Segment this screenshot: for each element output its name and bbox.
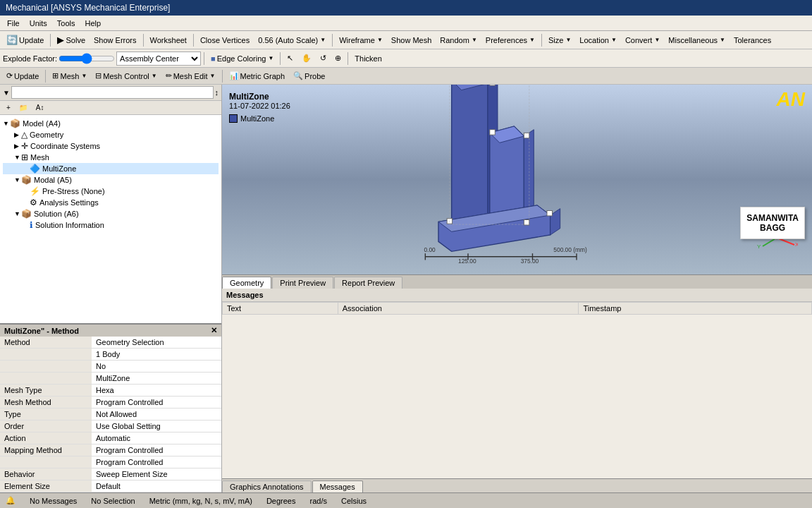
- misc-btn[interactable]: Miscellaneous ▼: [665, 35, 729, 46]
- prop-row-order: Order Use Global Setting: [0, 421, 221, 433]
- tree-btn2[interactable]: 📁: [16, 102, 31, 113]
- mesh-btn[interactable]: ⊞ Mesh ▼: [49, 70, 90, 82]
- tab-report-preview[interactable]: Report Preview: [334, 277, 402, 289]
- tree-item-model[interactable]: ▼ 📦 Model (A4): [3, 118, 219, 129]
- expand-modal[interactable]: ▼: [14, 176, 21, 183]
- mesh-edit-icon: ✏: [166, 71, 172, 80]
- prop-row-bodies: 1 Body: [0, 349, 221, 361]
- modal-icon: 📦: [21, 175, 32, 185]
- show-errors-btn[interactable]: Show Errors: [90, 35, 140, 46]
- menu-units[interactable]: Units: [25, 18, 51, 29]
- expand-mesh[interactable]: ▼: [14, 154, 21, 161]
- menu-tools[interactable]: Tools: [53, 18, 80, 29]
- cursor-btn[interactable]: ↖: [283, 52, 297, 64]
- panel-close[interactable]: ✕: [211, 326, 217, 335]
- column-left-face: [451, 85, 487, 231]
- show-mesh-btn[interactable]: Show Mesh: [388, 35, 435, 46]
- properties-table: Method Geometry Selection 1 Body No Mult…: [0, 337, 221, 492]
- tree-item-sol-info[interactable]: ℹ Solution Information: [3, 219, 219, 231]
- viewport-tabs: Geometry Print Preview Report Preview: [222, 274, 812, 289]
- tree-item-coord[interactable]: ▶ ✛ Coordinate Systems: [3, 140, 219, 152]
- tree-btn1[interactable]: +: [3, 102, 14, 113]
- sep4: [332, 34, 333, 47]
- si-icon: ℹ: [30, 220, 33, 230]
- geom-icon: △: [21, 130, 27, 140]
- mz-icon: 🔷: [30, 164, 40, 174]
- tree-item-mesh[interactable]: ▼ ⊞ Mesh: [3, 152, 219, 163]
- tab-graphics-annotations[interactable]: Graphics Annotations: [222, 480, 312, 492]
- mesh-update-btn[interactable]: ⟳ Update: [3, 70, 42, 82]
- mesh-arrow: ▼: [81, 73, 87, 79]
- svg-text:Y: Y: [757, 243, 761, 250]
- convert-btn[interactable]: Convert ▼: [622, 35, 663, 46]
- explode-slider[interactable]: [59, 52, 115, 65]
- left-panel: ▼ ↕ + 📁 A↕ ▼ 📦 Model (A4) ▶ △ Geometry ▶: [0, 85, 222, 492]
- edge-coloring-btn[interactable]: ■ Edge Coloring ▼: [207, 53, 277, 64]
- assembly-select[interactable]: Assembly Center: [116, 52, 201, 66]
- size-btn[interactable]: Size ▼: [545, 35, 574, 46]
- tab-messages[interactable]: Messages: [312, 480, 363, 492]
- mesh-ctrl-icon: ⊟: [95, 71, 102, 80]
- rotate-btn[interactable]: ↺: [316, 52, 330, 64]
- prop-row-elemsize: Element Size Default: [0, 480, 221, 492]
- move-btn[interactable]: ✋: [298, 52, 315, 64]
- autoscale-btn[interactable]: 0.56 (Auto Scale) ▼: [254, 35, 329, 46]
- location-btn[interactable]: Location ▼: [576, 35, 620, 46]
- sol-icon: 📦: [21, 209, 32, 219]
- panel-title: MultiZone" - Method ✕: [0, 325, 221, 337]
- tab-geometry[interactable]: Geometry: [222, 277, 271, 289]
- update-icon2: ⟳: [6, 71, 13, 80]
- mesh-control-btn[interactable]: ⊟ Mesh Control ▼: [92, 70, 160, 82]
- thicken-btn[interactable]: Thicken: [351, 53, 386, 64]
- temp-status: Celsius: [341, 497, 367, 505]
- handle-mr: [489, 129, 494, 134]
- wireframe-btn[interactable]: Wireframe ▼: [336, 35, 386, 46]
- convert-arrow: ▼: [654, 37, 660, 43]
- preferences-btn[interactable]: Preferences ▼: [482, 35, 539, 46]
- scale-label-3: 500.00 (mm): [553, 246, 587, 253]
- tree-item-modal[interactable]: ▼ 📦 Modal (A5): [3, 174, 219, 186]
- location-arrow: ▼: [611, 37, 617, 43]
- filter-input[interactable]: [11, 86, 214, 99]
- status-bar: 🔔 No Messages No Selection Metric (mm, k…: [0, 492, 812, 508]
- autoscale-arrow: ▼: [320, 37, 326, 43]
- mesh-icon: ⊞: [52, 71, 59, 80]
- menu-file[interactable]: File: [3, 18, 24, 29]
- tree-item-prestress[interactable]: ⚡ Pre-Stress (None): [3, 186, 219, 197]
- sep10: [222, 70, 223, 83]
- menu-bar: File Units Tools Help: [0, 16, 812, 31]
- svg-text:X: X: [795, 241, 798, 248]
- mesh-edit-btn[interactable]: ✏ Mesh Edit ▼: [162, 70, 219, 82]
- solve-btn[interactable]: ▶ Solve: [54, 33, 89, 47]
- tab-print-preview[interactable]: Print Preview: [272, 277, 333, 289]
- prop-row-meshmethod: Mesh Method Program Controlled: [0, 397, 221, 409]
- metric-graph-btn[interactable]: 📊 Metric Graph: [226, 70, 289, 82]
- tree-item-analysis[interactable]: ⚙ Analysis Settings: [3, 197, 219, 208]
- viewport-canvas[interactable]: MultiZone 11-07-2022 01:26 MultiZone AN: [222, 85, 812, 274]
- update-btn[interactable]: 🔄 Update: [3, 33, 47, 47]
- properties-panel: MultiZone" - Method ✕ Method Geometry Se…: [0, 323, 221, 492]
- expand-sol[interactable]: ▼: [14, 210, 21, 217]
- sep5: [541, 34, 542, 47]
- tree-item-multizone[interactable]: 🔷 MultiZone: [3, 163, 219, 174]
- prop-row-4: MultiZone: [0, 373, 221, 385]
- expand-geom[interactable]: ▶: [14, 131, 21, 138]
- expand-model[interactable]: ▼: [3, 120, 10, 127]
- worksheet-btn[interactable]: Worksheet: [147, 35, 190, 46]
- zoom-btn[interactable]: ⊕: [331, 52, 345, 64]
- sep2: [143, 34, 144, 47]
- sep6: [204, 52, 204, 65]
- sep1: [50, 34, 51, 47]
- menu-help[interactable]: Help: [80, 18, 105, 29]
- tree-btn3[interactable]: A↕: [32, 102, 48, 113]
- sep9: [45, 70, 46, 83]
- probe-btn[interactable]: 🔍 Probe: [290, 70, 328, 82]
- tolerances-btn[interactable]: Tolerances: [730, 35, 775, 46]
- expand-coord[interactable]: ▶: [14, 143, 21, 150]
- random-arrow: ▼: [472, 37, 477, 43]
- close-vertices-btn[interactable]: Close Vertices: [197, 35, 253, 46]
- messages-icon: 🔔: [6, 496, 16, 505]
- tree-item-geometry[interactable]: ▶ △ Geometry: [3, 129, 219, 140]
- tree-item-solution[interactable]: ▼ 📦 Solution (A6): [3, 208, 219, 219]
- random-btn[interactable]: Random ▼: [436, 35, 481, 46]
